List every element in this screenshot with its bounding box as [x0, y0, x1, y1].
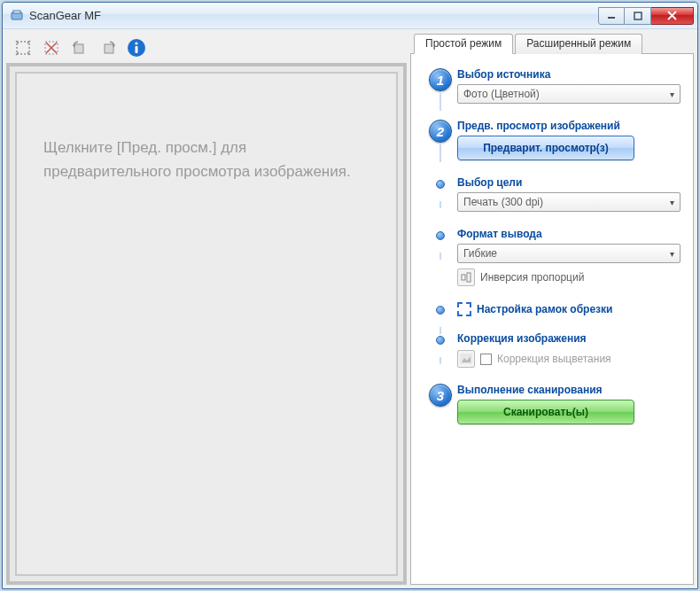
svg-rect-17 [462, 275, 465, 280]
output-dropdown[interactable]: Гибкие [457, 244, 681, 263]
app-icon [10, 9, 24, 23]
fade-correction-label: Коррекция выцветания [497, 353, 611, 365]
right-pane: Простой режим Расширенный режим 1 Выбор … [410, 33, 694, 585]
correction-preview-icon [457, 350, 475, 368]
scan-button[interactable]: Сканировать(ы) [457, 400, 634, 424]
step-number-2-icon: 2 [429, 120, 452, 143]
svg-rect-6 [17, 42, 29, 54]
app-window: ScanGear MF [2, 2, 698, 589]
invert-aspect-label: Инверсия пропорций [480, 271, 584, 284]
tab-simple-mode[interactable]: Простой режим [414, 34, 513, 54]
fade-correction-checkbox[interactable] [480, 354, 492, 365]
rotate-right-button[interactable] [95, 35, 121, 61]
content-area: Щелкните [Пред. просм.] для предваритель… [3, 29, 697, 588]
crop-clear-button[interactable] [38, 35, 65, 61]
target-title: Выбор цели [457, 176, 681, 189]
maximize-button[interactable] [625, 7, 651, 25]
close-button[interactable] [651, 7, 694, 25]
titlebar: ScanGear MF [3, 3, 697, 29]
target-dropdown-value: Печать (300 dpi) [463, 196, 543, 208]
step-target: Выбор цели Печать (300 dpi) [424, 176, 681, 212]
output-title: Формат вывода [457, 228, 681, 240]
tab-bar: Простой режим Расширенный режим [410, 33, 694, 54]
preview-placeholder: Щелкните [Пред. просм.] для предваритель… [43, 136, 369, 183]
step-number-1-icon: 1 [429, 68, 452, 91]
preview-button-label: Предварит. просмотр(з) [483, 142, 609, 154]
info-button[interactable] [123, 35, 150, 61]
correction-title: Коррекция изображения [457, 332, 681, 345]
step-1: 1 Выбор источника Фото (Цветной) [424, 68, 681, 104]
source-dropdown-value: Фото (Цветной) [463, 88, 540, 100]
svg-rect-16 [136, 46, 138, 53]
step3-title: Выполнение сканирования [457, 384, 681, 396]
window-title: ScanGear MF [29, 9, 101, 22]
step-correction: Коррекция изображения Коррекция выцветан… [424, 332, 681, 368]
svg-rect-3 [634, 12, 642, 19]
svg-rect-18 [467, 273, 471, 282]
step-2: 2 Предв. просмотр изображений Предварит.… [424, 120, 681, 160]
step1-title: Выбор источника [457, 68, 681, 81]
left-pane: Щелкните [Пред. просм.] для предваритель… [6, 33, 407, 585]
svg-rect-10 [74, 44, 83, 53]
crop-frame-icon [457, 302, 471, 316]
preview-area[interactable]: Щелкните [Пред. просм.] для предваритель… [15, 72, 398, 576]
target-dropdown[interactable]: Печать (300 dpi) [457, 192, 681, 212]
svg-rect-1 [13, 11, 20, 13]
step2-title: Предв. просмотр изображений [457, 120, 681, 132]
step-output: Формат вывода Гибкие Инверсия пропорций [424, 228, 681, 286]
step-dot-icon [436, 180, 445, 189]
step-dot-icon [436, 306, 445, 315]
preview-button[interactable]: Предварит. просмотр(з) [457, 136, 634, 160]
step-dot-icon [436, 231, 445, 240]
window-controls [598, 7, 694, 25]
minimize-button[interactable] [598, 7, 625, 25]
step-dot-icon [436, 336, 445, 345]
crop-title[interactable]: Настройка рамок обрезки [477, 303, 612, 315]
invert-aspect-button[interactable] [457, 268, 475, 286]
simple-mode-panel: 1 Выбор источника Фото (Цветной) 2 Предв… [410, 54, 694, 585]
svg-rect-12 [105, 44, 113, 53]
toolbar [6, 33, 407, 63]
svg-point-15 [135, 42, 137, 44]
output-dropdown-value: Гибкие [463, 247, 497, 260]
scan-button-label: Сканировать(ы) [503, 406, 588, 418]
step-crop: Настройка рамок обрезки [424, 302, 681, 316]
rotate-left-button[interactable] [66, 35, 93, 61]
tab-advanced-mode[interactable]: Расширенный режим [515, 34, 642, 54]
step-3: 3 Выполнение сканирования Сканировать(ы) [424, 384, 681, 424]
preview-frame: Щелкните [Пред. просм.] для предваритель… [6, 63, 407, 585]
source-dropdown[interactable]: Фото (Цветной) [457, 84, 681, 104]
crop-auto-button[interactable] [10, 35, 36, 61]
step-number-3-icon: 3 [429, 384, 452, 407]
